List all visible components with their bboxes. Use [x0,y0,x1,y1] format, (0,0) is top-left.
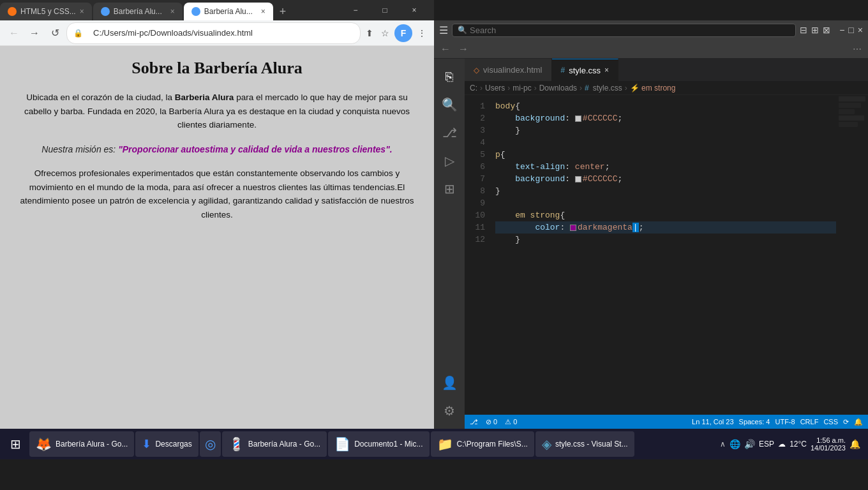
split-editor-icon[interactable]: ⊟ [800,25,807,35]
chrome-tab-3[interactable]: Barbería Alu... × [184,3,273,20]
spaces-status[interactable]: Spaces: 4 [739,418,770,426]
layout-icon[interactable]: ⊞ [811,25,819,35]
css-tab-label: style.css [569,66,601,75]
browser-content: Sobre la Barbería Alura Ubicada en el co… [0,46,434,235]
explorer-taskbar-icon: 📁 [437,436,453,452]
code-line-6: text-align: center; [495,161,836,173]
search-activity-icon[interactable]: 🔍 [437,92,462,117]
system-tray: ∧ 🌐 🔊 ESP ☁ 12°C 1:56 a.m. 14/01/2023 🔔 [715,436,865,452]
chrome-tab-3-close[interactable]: × [261,7,266,16]
chrome-tab-2-close[interactable]: × [170,7,175,16]
page-heading: Sobre la Barbería Alura [19,59,415,78]
mission-paragraph: Nuestra misión es: "Proporcionar autoest… [19,142,415,156]
line-ending-text: CRLF [800,418,819,426]
maximize-button[interactable]: □ [370,0,400,20]
activity-bar: ⎘ 🔍 ⎇ ▷ ⊞ 👤 ⚙ [434,59,465,429]
bell-status[interactable]: 🔔 [854,418,863,426]
vscode-taskbar-icon: ◈ [542,436,551,452]
vscode-minimize-button[interactable]: − [839,25,844,35]
encoding-status[interactable]: UTF-8 [775,418,795,426]
code-line-5: p{ [495,149,836,161]
editor-main: ◇ visualindex.html # style.css × C: › [465,59,868,429]
vscode-layout2-icon[interactable]: ⊠ [823,25,830,35]
breadcrumb-sep1: › [480,84,483,93]
taskbar-word[interactable]: 📄 Documento1 - Mic... [328,431,429,457]
forward-button[interactable]: → [26,24,43,42]
profile-icon[interactable]: F [394,24,412,42]
source-control-icon[interactable]: ⎇ [437,120,462,145]
warnings-status[interactable]: ⚠ 0 [505,418,517,426]
chrome-tab-2[interactable]: Barbería Alu... × [93,3,183,20]
bookmark-icon[interactable]: ☆ [378,26,392,41]
expand-tray-icon[interactable]: ∧ [720,440,726,449]
explorer-icon[interactable]: ⎘ [437,64,462,89]
chrome-tab-1-close[interactable]: × [80,7,84,16]
clock-time: 1:56 a.m. [811,436,846,444]
address-bar: ← → ↺ 🔒 ⬆ ☆ F ⋮ [0,20,434,46]
new-tab-button[interactable]: + [274,3,292,20]
chrome-tab-1[interactable]: HTML5 y CSS... × [0,3,92,20]
share-icon[interactable]: ⬆ [363,26,376,41]
errors-status[interactable]: ⊘ 0 [486,418,497,426]
settings-icon[interactable]: ⚙ [437,398,462,424]
vscode-search-input[interactable] [470,26,790,35]
barberia-icon: 💈 [228,436,244,452]
close-button[interactable]: × [400,0,429,20]
vscode-tab-html[interactable]: ◇ visualindex.html [465,59,552,81]
run-debug-icon[interactable]: ▷ [437,148,462,174]
line-ending-status[interactable]: CRLF [800,418,819,426]
extensions-icon[interactable]: ⊞ [437,176,462,202]
breadcrumb-users: Users [485,84,505,93]
downloads-icon: ⬇ [142,437,151,451]
sync-icon: ⟳ [843,418,849,426]
refresh-button[interactable]: ↺ [46,24,64,42]
volume-icon: 🔊 [744,439,755,449]
main-layout: ← → ↺ 🔒 ⬆ ☆ F ⋮ Sobre la Barbería Alura … [0,20,868,429]
word-icon: 📄 [334,436,350,452]
vscode-forward-icon[interactable]: → [454,43,472,55]
position-status[interactable]: Ln 11, Col 23 [692,418,733,426]
system-clock[interactable]: 1:56 a.m. 14/01/2023 [811,436,846,452]
account-icon[interactable]: 👤 [437,370,462,396]
vscode-back-icon[interactable]: ← [437,43,454,55]
taskbar-vscode[interactable]: ◈ style.css - Visual St... [535,431,634,457]
taskbar-explorer[interactable]: 📁 C:\Program Files\S... [431,431,534,457]
firefox-label: Barbería Alura - Go... [56,440,128,449]
breadcrumb-c: C: [470,84,477,93]
back-button[interactable]: ← [5,24,23,42]
vscode-tab-css[interactable]: # style.css × [552,59,619,81]
vscode-close-button[interactable]: × [858,25,863,35]
notifications-icon[interactable]: 🔔 [849,439,860,449]
code-line-1: body{ [495,100,836,112]
css-tab-close[interactable]: × [604,66,609,75]
breadcrumb-sep5: › [625,84,627,93]
temp-indicator: 12°C [789,440,807,449]
html-tab-icon: ◇ [474,66,479,75]
editor-area: ⎘ 🔍 ⎇ ▷ ⊞ 👤 ⚙ ◇ [434,59,868,429]
taskbar-firefox[interactable]: 🦊 Barbería Alura - Go... [29,431,134,457]
taskbar-downloads[interactable]: ⬇ Descargas [135,431,198,457]
chrome-title-bar: HTML5 y CSS... × Barbería Alu... × Barbe… [0,0,434,20]
breadcrumb-downloads: Downloads [539,84,577,93]
address-input[interactable] [86,24,354,42]
chrome-icon: ◎ [205,436,216,452]
menu-icon[interactable]: ⋮ [415,26,429,41]
taskbar-barberia[interactable]: 💈 Barbería Alura - Go... [222,431,327,457]
breadcrumb-sep4: › [580,84,582,93]
vscode-more-icon[interactable]: ⋯ [849,44,865,54]
vscode-menu-icon[interactable]: ☰ [439,24,448,36]
git-branch-status[interactable]: ⎇ [470,418,478,426]
sync-status[interactable]: ⟳ [843,418,849,426]
code-line-2: background: #CCCCCC; [495,112,836,124]
language-indicator: ESP [759,440,774,449]
breadcrumb: C: › Users › mi-pc › Downloads › # style… [465,81,868,95]
firefox-icon: 🦊 [36,436,52,452]
breadcrumb-stylecss: style.css [593,84,622,93]
taskbar-chrome[interactable]: ◎ [200,431,221,457]
code-content[interactable]: body{ background: #CCCCCC; } p{ text-ali… [490,95,836,415]
minimize-button[interactable]: − [341,0,370,20]
vscode-maximize-button[interactable]: □ [848,25,853,35]
start-button[interactable]: ⊞ [3,431,28,457]
language-status[interactable]: CSS [823,418,838,426]
code-line-8: } [495,185,836,197]
